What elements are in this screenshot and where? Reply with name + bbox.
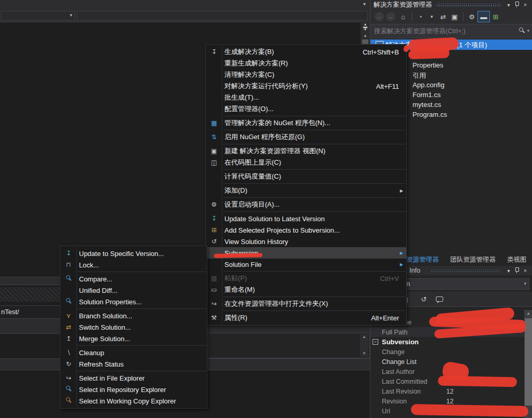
menu-item-icon: ▭ xyxy=(206,286,222,293)
menu-separator xyxy=(77,308,206,309)
magnifier-icon xyxy=(66,386,72,392)
tab-团队资源管理器[interactable]: 团队资源管理器 xyxy=(445,255,502,264)
tree-item[interactable]: App.config xyxy=(413,81,444,91)
magnifier-icon xyxy=(66,275,72,281)
tree-item[interactable]: Program.cs xyxy=(413,111,447,120)
refresh-icon[interactable]: ⇄ xyxy=(437,11,449,22)
tree-item[interactable]: Properties xyxy=(413,61,443,71)
scroll-up-icon[interactable]: ▲ xyxy=(524,311,532,316)
toolbar-search-box[interactable] xyxy=(77,11,368,21)
window-position-icon[interactable]: ▾ xyxy=(504,2,513,8)
menu-item-refresh-status[interactable]: ↻Refresh Status xyxy=(60,358,207,370)
collapse-box-icon[interactable]: − xyxy=(373,339,378,345)
menu-item-paste[interactable]: ▤粘贴(P)Ctrl+V xyxy=(206,273,406,284)
menu-separator xyxy=(223,197,406,198)
close-icon[interactable]: × xyxy=(521,2,529,8)
menu-item-view-solution-history[interactable]: ↺View Solution History xyxy=(206,236,406,247)
home-icon[interactable]: ⌂ xyxy=(397,11,409,22)
forward-icon[interactable]: → xyxy=(386,12,395,21)
search-icon[interactable] xyxy=(519,28,525,33)
menu-item-open-folder-in-file-explorer[interactable]: ↪在文件资源管理器中打开文件夹(X) xyxy=(206,298,406,309)
menu-item-update-to-specific-version[interactable]: ↧Update to Specific Version... xyxy=(60,248,207,259)
redaction-scribble xyxy=(438,376,517,387)
tree-item[interactable]: mytest.cs xyxy=(413,101,441,111)
menu-item-new-solution-explorer-view[interactable]: ▣新建 解决方案资源管理器 视图(N) xyxy=(206,145,406,157)
menu-item-manage-nuget-packages[interactable]: ▦管理解决方案的 NuGet 程序包(N)... xyxy=(206,117,406,129)
toolbar-combobox[interactable]: ▾ xyxy=(1,11,75,21)
menu-item-solution-file[interactable]: Solution File▶ xyxy=(206,259,406,270)
menu-item-label: 粘贴(P) xyxy=(222,274,247,283)
pending-changes-icon[interactable]: ◔ xyxy=(415,11,426,22)
pin-icon[interactable] xyxy=(513,2,521,8)
menu-item-cleanup[interactable]: ∖Cleanup xyxy=(60,347,207,358)
menu-item-properties[interactable]: ⚒属性(R)Alt+Enter xyxy=(206,312,406,323)
show-all-files-icon[interactable]: ▬ xyxy=(477,11,490,22)
panel-title: Info xyxy=(409,267,420,274)
menu-item-rename[interactable]: ▭重命名(M) xyxy=(206,284,406,295)
tree-item[interactable]: Form1.cs xyxy=(413,91,441,101)
properties-icon[interactable]: ⚙ xyxy=(466,11,477,22)
splitter-handle-icon[interactable]: ▴▬▾ xyxy=(362,23,369,31)
subversion-submenu: ↧Update to Specific Version...⊓Lock...Co… xyxy=(60,246,207,409)
menu-item-label: 配置管理器(O)... xyxy=(222,104,274,114)
pin-icon[interactable] xyxy=(513,267,521,274)
property-row-change[interactable]: Change xyxy=(370,347,524,357)
menu-item-set-startup-projects[interactable]: ⚙设置启动项目(A)... xyxy=(206,199,406,210)
comment-icon[interactable] xyxy=(434,294,445,304)
property-row-subversion[interactable]: −Subversion xyxy=(370,337,524,347)
history-icon[interactable]: ↺ xyxy=(418,294,430,304)
menu-item-select-in-file-explorer[interactable]: ↪Select in File Explorer xyxy=(60,372,207,384)
menu-item-rebuild-solution[interactable]: 重新生成解决方案(R) xyxy=(206,58,406,69)
menu-item-calculate-code-metrics[interactable]: 计算代码度量值(C) xyxy=(206,171,406,182)
menu-item-batch-build[interactable]: 批生成(T)... xyxy=(206,92,406,103)
collapse-all-icon[interactable]: ▣ xyxy=(449,11,460,22)
menu-item-switch-solution[interactable]: ⇄Switch Solution... xyxy=(60,321,207,333)
menu-item-select-in-repository-explorer[interactable]: Select in Repository Explorer xyxy=(60,384,207,395)
menu-item-select-in-working-copy-explorer[interactable]: Select in Working Copy Explorer xyxy=(60,395,207,407)
menu-item-add[interactable]: 添加(D)▶ xyxy=(206,185,406,196)
chevron-down-icon[interactable]: ▾ xyxy=(527,28,529,33)
scroll-up-icon[interactable]: ▲ xyxy=(362,33,369,38)
menu-item-unified-diff[interactable]: Unified Diff... xyxy=(60,285,207,296)
redaction-scribble xyxy=(411,404,528,417)
menu-item-run-code-analysis[interactable]: 对解决方案运行代码分析(Y)Alt+F11 xyxy=(206,80,406,92)
menu-item-show-on-code-map[interactable]: ◫在代码图上显示(C) xyxy=(206,157,406,168)
partial-path-text: nTest/ xyxy=(1,308,19,316)
info-combobox[interactable]: n ▾ xyxy=(401,278,529,290)
menu-item-label: 生成解决方案(B) xyxy=(222,47,274,57)
toolbar-overflow-icon[interactable]: ▾ xyxy=(363,1,366,7)
menu-item-merge-solution[interactable]: ↥Merge Solution... xyxy=(60,333,207,344)
menu-item-configuration-manager[interactable]: 配置管理器(O)... xyxy=(206,103,406,115)
mini-scrollbar[interactable]: ▲▼ xyxy=(360,334,368,357)
tree-item[interactable]: 引用 xyxy=(413,71,426,81)
menu-item-lock[interactable]: ⊓Lock... xyxy=(60,259,207,271)
menu-separator xyxy=(223,211,406,212)
property-row-last-revision[interactable]: Last Revision12 xyxy=(370,386,524,396)
tab-类视图[interactable]: 类视图 xyxy=(501,255,532,264)
menu-separator xyxy=(223,169,406,170)
menu-item-build-solution[interactable]: ↧生成解决方案(B)Ctrl+Shift+B xyxy=(206,46,406,58)
submenu-arrow-icon: ▶ xyxy=(400,251,403,255)
menu-item-enable-nuget-restore[interactable]: ⇅启用 NuGet 程序包还原(G) xyxy=(206,131,406,143)
menu-item-update-solution-to-latest-version[interactable]: ↧Update Solution to Latest Version xyxy=(206,213,406,224)
solution-explorer-search[interactable]: 搜索解决方案资源管理器(Ctrl+;) ▾ xyxy=(370,24,532,38)
menu-item-add-selected-projects-to-subversion[interactable]: ⊞Add Selected Projects to Subversion... xyxy=(206,224,406,236)
close-icon[interactable]: × xyxy=(521,268,529,274)
chevron-down-icon: ▾ xyxy=(524,281,526,286)
menu-item-solution-properties[interactable]: Solution Properties... xyxy=(60,296,207,307)
window-position-icon[interactable]: ▾ xyxy=(504,268,513,274)
menu-item-branch-solution[interactable]: ⋎Branch Solution... xyxy=(60,310,207,321)
menu-item-compare[interactable]: Compare... xyxy=(60,273,207,285)
pending-changes-dropdown-icon[interactable]: ▾ xyxy=(426,11,437,22)
scrollbar-thumb[interactable] xyxy=(525,318,532,406)
menu-item-label: Lock... xyxy=(77,261,99,269)
sync-with-active-document-icon[interactable]: ⊞ xyxy=(490,11,501,22)
menu-item-shortcut: Alt+F11 xyxy=(376,83,406,90)
property-label: Last Committed xyxy=(382,378,446,385)
top-menu-bar: ▾ xyxy=(0,0,370,9)
back-icon[interactable]: ← xyxy=(375,12,384,21)
menu-item-label: Select in File Explorer xyxy=(77,374,144,382)
menu-item-clean-solution[interactable]: 清理解决方案(C) xyxy=(206,69,406,80)
menu-item-label: Refresh Status xyxy=(77,360,124,368)
solution-explorer-titlebar[interactable]: 解决方案资源管理器 ▾ × xyxy=(370,0,532,9)
